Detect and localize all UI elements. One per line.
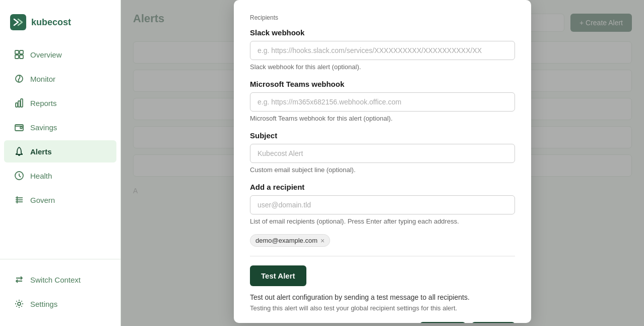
savings-icon [14,122,24,132]
ms-teams-hint: Microsoft Teams webhook for this alert (… [250,115,515,122]
add-recipient-label: Add a recipient [250,183,515,191]
subject-label: Subject [250,131,515,140]
sidebar-item-settings[interactable]: Settings [4,293,116,315]
svg-rect-6 [16,103,18,107]
kubecost-logo-icon [10,14,26,30]
activity-icon [14,74,24,84]
test-alert-button[interactable]: Test Alert [250,265,306,286]
save-button[interactable]: Save [472,322,515,323]
email-tag-text: demo@example.com [255,237,317,244]
sidebar-item-label: Reports [30,99,57,107]
sidebar-item-label: Monitor [30,75,55,83]
sidebar-item-label: Switch Context [30,276,81,284]
bar-chart-icon [14,98,24,108]
email-tag-remove-button[interactable]: × [320,237,325,244]
svg-rect-2 [20,50,23,54]
email-tag: demo@example.com × [250,234,330,247]
govern-icon [14,195,24,205]
subject-group: Subject Custom email subject line (optio… [250,131,515,174]
subject-hint: Custom email subject line (optional). [250,166,515,174]
sidebar-item-label: Settings [30,300,57,308]
sidebar-bottom: Switch Context Settings [0,259,120,316]
add-recipient-input[interactable] [250,195,515,214]
cancel-button[interactable]: Cancel [420,322,466,323]
ms-teams-label: Microsoft Teams webhook [250,80,515,88]
sidebar: kubecost Overview Monitor R [0,0,121,326]
main-content-area: Alerts + Create Alert A ? [121,0,644,326]
sidebar-item-reports[interactable]: Reports [4,92,116,114]
sidebar-item-savings[interactable]: Savings [4,116,116,138]
svg-rect-8 [21,99,23,107]
svg-rect-7 [18,101,20,107]
ms-teams-input[interactable] [250,92,515,112]
sidebar-item-label: Alerts [30,147,52,156]
switch-icon [14,275,24,285]
add-recipient-hint: List of email recipients (optional). Pre… [250,218,515,225]
sidebar-item-label: Govern [30,196,55,204]
slack-webhook-hint: Slack webhook for this alert (optional). [250,63,515,71]
slack-webhook-label: Slack webhook [250,28,515,37]
svg-rect-1 [15,50,19,54]
sidebar-item-alerts[interactable]: Alerts [4,140,116,162]
sidebar-item-health[interactable]: Health [4,165,116,187]
test-description: Test out alert configuration by sending … [250,293,515,301]
sidebar-item-label: Health [30,172,52,180]
sidebar-item-label: Overview [30,50,62,59]
add-recipient-group: Add a recipient List of email recipients… [250,183,515,247]
nav-menu: Overview Monitor Reports Savings [0,42,120,259]
logo: kubecost [0,10,120,42]
sidebar-item-overview[interactable]: Overview [4,43,116,66]
slack-webhook-group: Slack webhook Slack webhook for this ale… [250,28,515,71]
sidebar-item-govern[interactable]: Govern [4,189,116,211]
recipients-section-label: Recipients [250,14,515,21]
slack-webhook-input[interactable] [250,41,515,60]
grid-icon [14,49,24,60]
svg-point-10 [20,127,22,129]
bell-icon [14,146,24,156]
modal-overlay: Recipients Slack webhook Slack webhook f… [121,0,644,326]
health-icon [14,171,24,181]
sidebar-item-switch-context[interactable]: Switch Context [4,268,116,291]
sidebar-item-monitor[interactable]: Monitor [4,68,116,90]
svg-point-17 [18,302,21,305]
alert-modal: Recipients Slack webhook Slack webhook f… [234,0,531,323]
modal-actions: Cancel Save [250,322,515,323]
email-tags-row: demo@example.com × [250,234,515,247]
subject-input[interactable] [250,144,515,163]
svg-rect-3 [15,55,19,59]
ms-teams-webhook-group: Microsoft Teams webhook Microsoft Teams … [250,80,515,122]
sidebar-item-label: Savings [30,123,57,132]
test-hint: Testing this alert will also test your g… [250,304,515,312]
logo-text: kubecost [31,17,71,28]
divider [250,256,515,256]
gear-icon [14,299,24,309]
svg-rect-4 [20,55,23,59]
